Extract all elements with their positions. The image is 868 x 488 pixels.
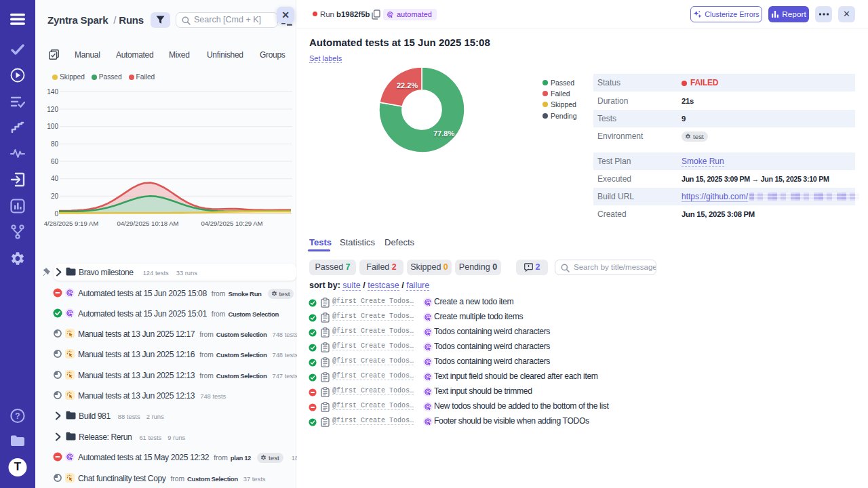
svg-text:77.8%: 77.8% [433,129,454,138]
svg-text:4/28/2025 9:19 AM: 4/28/2025 9:19 AM [44,220,99,227]
svg-text:0: 0 [54,210,58,218]
svg-text:04/29/2025 10:18 AM: 04/29/2025 10:18 AM [117,220,178,227]
svg-text:20: 20 [51,192,59,200]
svg-text:04/29/2025 10:29 AM: 04/29/2025 10:29 AM [201,220,262,227]
svg-text:60: 60 [51,158,59,165]
svg-text:140: 140 [47,88,58,96]
svg-text:120: 120 [47,106,58,113]
svg-text:40: 40 [51,175,59,182]
svg-text:80: 80 [51,140,59,148]
svg-text:22.2%: 22.2% [397,81,418,89]
svg-text:100: 100 [47,123,58,130]
svg-text:?: ? [15,411,20,421]
